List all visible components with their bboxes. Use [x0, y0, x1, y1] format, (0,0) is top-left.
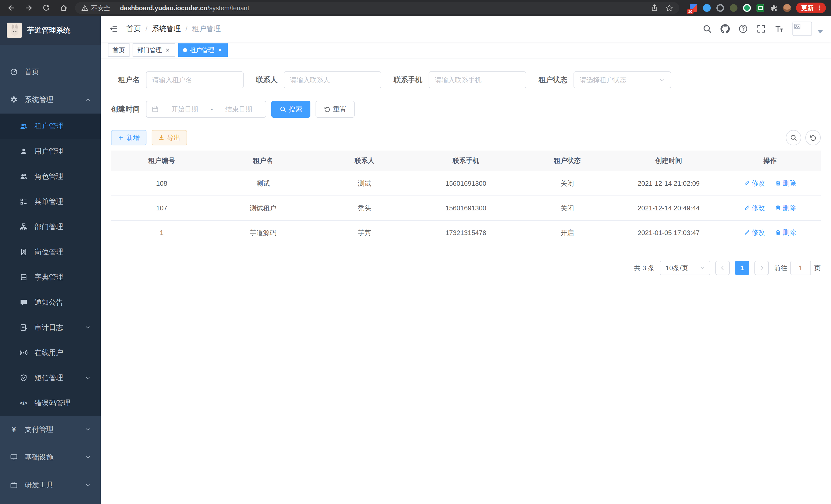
top-navbar: 首页 / 系统管理 / 租户管理	[101, 16, 831, 41]
sidebar-item-role-management[interactable]: 角色管理	[0, 164, 101, 189]
breadcrumb-separator: /	[185, 25, 188, 33]
header-search-icon[interactable]	[703, 24, 712, 33]
sidebar-item-error-code-management[interactable]: </> 错误码管理	[0, 390, 101, 416]
org-tree-icon	[20, 223, 28, 231]
status-select[interactable]: 请选择租户状态	[574, 71, 671, 88]
sidebar-item-dict-management[interactable]: 字典管理	[0, 265, 101, 290]
edit-link[interactable]: 修改	[744, 203, 765, 212]
docs-question-icon[interactable]	[739, 24, 748, 33]
breadcrumb-item[interactable]: 系统管理	[152, 24, 181, 34]
reset-button[interactable]: 重置	[316, 101, 354, 118]
extension-icon-green-square[interactable]	[756, 4, 764, 12]
kebab-menu-icon	[816, 5, 823, 11]
sidebar-item-tenant-management[interactable]: 租户管理	[0, 114, 101, 139]
app-logo[interactable]: 芋道管理系统	[0, 16, 101, 45]
tab-dept-management[interactable]: 部门管理	[133, 43, 175, 57]
browser-back-button[interactable]	[5, 2, 18, 14]
bookmark-star-icon[interactable]	[665, 4, 673, 12]
browser-update-button[interactable]: 更新	[796, 3, 826, 13]
goto-page-input[interactable]	[791, 261, 811, 275]
browser-reload-button[interactable]	[40, 2, 52, 14]
tab-home[interactable]: 首页	[108, 43, 130, 57]
browser-forward-button[interactable]	[23, 2, 35, 14]
code-icon: </>	[20, 401, 28, 406]
browser-profile-avatar[interactable]	[783, 4, 791, 12]
tab-label: 部门管理	[137, 46, 162, 54]
fullscreen-icon[interactable]	[756, 24, 766, 33]
next-page-button[interactable]	[754, 261, 769, 275]
browser-home-button[interactable]	[58, 2, 70, 14]
font-size-icon[interactable]	[774, 24, 784, 33]
tenant-name-input[interactable]	[152, 76, 237, 84]
id-badge-icon	[20, 248, 28, 256]
add-button[interactable]: 新增	[111, 130, 146, 145]
breadcrumb-item[interactable]: 首页	[126, 24, 141, 34]
cell-status: 开启	[516, 220, 618, 245]
sidebar-item-post-management[interactable]: 岗位管理	[0, 239, 101, 265]
column-header: 创建时间	[618, 151, 719, 171]
sidebar-item-audit-log[interactable]: 审计日志	[0, 315, 101, 340]
delete-link[interactable]: 删除	[775, 179, 796, 188]
sidebar-item-label: 用户管理	[34, 146, 63, 156]
create-time-range-picker[interactable]: 开始日期 - 结束日期	[146, 101, 266, 118]
tab-label: 首页	[113, 46, 125, 54]
toggle-search-button[interactable]	[786, 130, 801, 145]
sidebar-item-dept-management[interactable]: 部门管理	[0, 214, 101, 239]
github-icon[interactable]	[720, 24, 730, 33]
search-button[interactable]: 搜索	[271, 101, 310, 118]
tab-close-icon[interactable]	[165, 47, 171, 53]
sidebar-item-system-management[interactable]: 系统管理	[0, 86, 101, 114]
extension-icon-olive[interactable]	[730, 4, 738, 12]
sidebar-item-label: 短信管理	[34, 373, 63, 383]
sidebar-item-notice[interactable]: 通知公告	[0, 290, 101, 315]
omnibox-divider	[115, 5, 115, 11]
tab-tenant-management[interactable]: 租户管理	[178, 43, 228, 57]
sidebar-item-sms-management[interactable]: 短信管理	[0, 365, 101, 390]
tab-label: 租户管理	[190, 46, 214, 54]
delete-link[interactable]: 删除	[775, 228, 796, 237]
cell-contact: 秃头	[314, 196, 415, 220]
contact-label: 联系人	[256, 75, 278, 85]
share-icon[interactable]	[651, 4, 658, 12]
extension-icon-adblock[interactable]: 10	[690, 4, 697, 12]
cell-tenant-name: 测试	[212, 171, 314, 196]
extension-icon-blue[interactable]	[703, 4, 711, 12]
cell-created: 2021-12-14 21:02:09	[618, 171, 719, 196]
edit-link[interactable]: 修改	[744, 179, 765, 188]
sidebar-item-online-users[interactable]: 在线用户	[0, 340, 101, 365]
security-chip[interactable]: 不安全	[81, 4, 110, 12]
calendar-icon	[152, 106, 159, 113]
phone-input[interactable]	[435, 76, 520, 84]
sidebar-item-label: 角色管理	[34, 172, 63, 181]
trash-icon	[775, 205, 781, 211]
sidebar-item-menu-management[interactable]: 菜单管理	[0, 189, 101, 214]
extension-icon-green-circle[interactable]	[743, 4, 751, 12]
edit-link[interactable]: 修改	[744, 228, 765, 237]
cell-phone: 17321315478	[415, 220, 517, 245]
contact-input[interactable]	[290, 76, 375, 84]
page-size-select[interactable]: 10条/页	[660, 261, 710, 275]
cell-status: 关闭	[516, 196, 618, 220]
refresh-table-button[interactable]	[805, 130, 821, 145]
address-bar[interactable]: 不安全 dashboard.yudao.iocoder.cn/system/te…	[75, 2, 679, 14]
prev-page-button[interactable]	[715, 261, 730, 275]
sidebar-item-dev-tools[interactable]: 研发工具	[0, 471, 101, 499]
sidebar-item-payment-management[interactable]: ¥ 支付管理	[0, 416, 101, 443]
sidebar-item-user-management[interactable]: 用户管理	[0, 139, 101, 164]
sidebar-toggle-icon[interactable]	[109, 24, 118, 33]
user-avatar[interactable]	[793, 22, 812, 36]
tab-close-icon[interactable]	[217, 47, 223, 53]
extensions-puzzle-icon[interactable]	[770, 4, 778, 12]
avatar-caret-down-icon[interactable]	[818, 30, 823, 33]
screen: 不安全 dashboard.yudao.iocoder.cn/system/te…	[0, 0, 831, 504]
url-host: dashboard.yudao.iocoder.cn	[120, 4, 207, 11]
sidebar-item-infrastructure[interactable]: 基础设施	[0, 443, 101, 471]
current-page-button[interactable]: 1	[735, 261, 749, 275]
delete-link[interactable]: 删除	[775, 203, 796, 212]
pagination-total: 共 3 条	[634, 264, 655, 272]
export-button[interactable]: 导出	[152, 130, 187, 145]
filter-row-2: 创建时间 开始日期 - 结束日期 搜索 重置	[111, 101, 821, 118]
url-path: /system/tenant	[207, 4, 249, 11]
extension-icon-ring[interactable]	[716, 4, 724, 12]
sidebar-item-home[interactable]: 首页	[0, 58, 101, 86]
